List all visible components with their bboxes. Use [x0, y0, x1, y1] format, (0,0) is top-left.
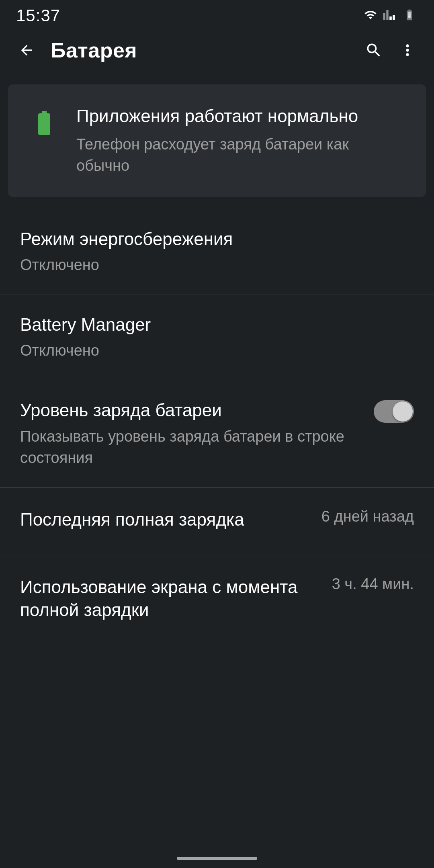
battery-green-icon: [28, 107, 60, 139]
battery-status-text: Приложения работают нормально Телефон ра…: [76, 104, 406, 177]
toolbar: Батарея: [0, 28, 434, 72]
settings-item-battery-level[interactable]: Уровень заряда батареи Показывать уровен…: [0, 380, 434, 487]
home-indicator: [177, 857, 257, 860]
screen-usage-title: Использование экрана с момента полной за…: [20, 575, 320, 621]
more-options-button[interactable]: [395, 38, 420, 62]
status-time: 15:37: [16, 6, 60, 25]
settings-item-screen-usage: Использование экрана с момента полной за…: [0, 555, 434, 657]
toolbar-actions: [362, 38, 420, 62]
battery-status-card[interactable]: Приложения работают нормально Телефон ра…: [8, 84, 426, 197]
battery-level-subtitle: Показывать уровень заряда батареи в стро…: [20, 426, 362, 469]
last-charge-value: 6 дней назад: [321, 508, 414, 525]
power-saving-title: Режим энергосбережения: [20, 227, 402, 250]
battery-level-title: Уровень заряда батареи: [20, 399, 362, 422]
page-title: Батарея: [51, 38, 350, 62]
settings-item-battery-manager[interactable]: Battery Manager Отключено: [0, 295, 434, 380]
battery-status-subtitle: Телефон расходует заряд батареи как обыч…: [76, 134, 406, 176]
screen-usage-value: 3 ч. 44 мин.: [332, 575, 414, 593]
svg-rect-0: [408, 12, 411, 18]
toggle-thumb: [393, 401, 413, 422]
battery-status-icon: [401, 8, 418, 23]
status-bar: 15:37: [0, 0, 434, 28]
battery-level-toggle[interactable]: [374, 400, 414, 423]
data-signal-icon: [364, 8, 377, 23]
battery-manager-subtitle: Отключено: [20, 340, 402, 361]
last-charge-title: Последняя полная зарядка: [20, 508, 309, 531]
settings-item-power-saving[interactable]: Режим энергосбережения Отключено: [0, 209, 434, 295]
battery-manager-title: Battery Manager: [20, 313, 402, 336]
search-button[interactable]: [362, 38, 386, 62]
signal-bars-icon: [382, 8, 396, 23]
settings-list: Режим энергосбережения Отключено Battery…: [0, 209, 434, 658]
settings-item-last-charge: Последняя полная зарядка 6 дней назад: [0, 488, 434, 555]
back-button[interactable]: [14, 38, 39, 62]
power-saving-subtitle: Отключено: [20, 254, 402, 276]
battery-status-title: Приложения работают нормально: [76, 104, 406, 127]
status-icons: [364, 8, 418, 23]
